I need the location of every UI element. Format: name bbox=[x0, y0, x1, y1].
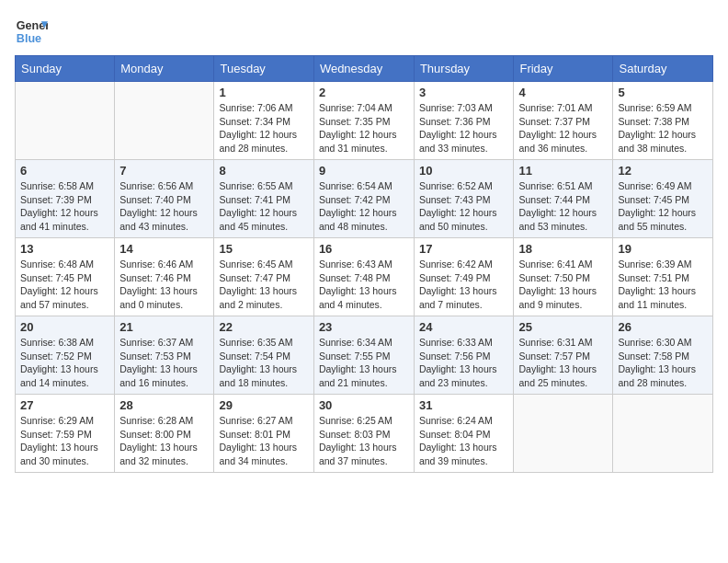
calendar-cell: 8Sunrise: 6:55 AM Sunset: 7:41 PM Daylig… bbox=[214, 160, 313, 238]
day-info: Sunrise: 6:35 AM Sunset: 7:54 PM Dayligh… bbox=[219, 336, 308, 390]
day-number: 25 bbox=[518, 320, 608, 334]
column-header-sunday: Sunday bbox=[16, 56, 115, 82]
day-number: 4 bbox=[518, 86, 608, 99]
calendar-cell: 22Sunrise: 6:35 AM Sunset: 7:54 PM Dayli… bbox=[214, 316, 313, 395]
page-header: General Blue bbox=[15, 15, 713, 48]
day-number: 18 bbox=[518, 242, 608, 256]
calendar-cell: 23Sunrise: 6:34 AM Sunset: 7:55 PM Dayli… bbox=[313, 316, 414, 395]
day-info: Sunrise: 6:51 AM Sunset: 7:44 PM Dayligh… bbox=[518, 179, 608, 234]
column-header-monday: Monday bbox=[115, 56, 214, 82]
day-info: Sunrise: 6:41 AM Sunset: 7:50 PM Dayligh… bbox=[518, 258, 608, 312]
day-number: 28 bbox=[119, 398, 209, 412]
column-header-thursday: Thursday bbox=[414, 56, 514, 82]
calendar-cell: 29Sunrise: 6:27 AM Sunset: 8:01 PM Dayli… bbox=[214, 395, 313, 473]
calendar-cell: 15Sunrise: 6:45 AM Sunset: 7:47 PM Dayli… bbox=[214, 238, 313, 316]
day-number: 27 bbox=[20, 398, 109, 412]
day-number: 12 bbox=[618, 164, 708, 178]
week-row-5: 27Sunrise: 6:29 AM Sunset: 7:59 PM Dayli… bbox=[16, 395, 713, 473]
calendar-cell: 24Sunrise: 6:33 AM Sunset: 7:56 PM Dayli… bbox=[414, 316, 514, 395]
day-info: Sunrise: 6:24 AM Sunset: 8:04 PM Dayligh… bbox=[419, 414, 509, 468]
day-info: Sunrise: 7:01 AM Sunset: 7:37 PM Dayligh… bbox=[518, 101, 608, 155]
day-info: Sunrise: 6:38 AM Sunset: 7:52 PM Dayligh… bbox=[20, 336, 109, 390]
calendar-cell bbox=[16, 82, 115, 160]
week-row-1: 1Sunrise: 7:06 AM Sunset: 7:34 PM Daylig… bbox=[16, 82, 713, 160]
calendar-cell: 10Sunrise: 6:52 AM Sunset: 7:43 PM Dayli… bbox=[414, 160, 514, 238]
calendar-cell: 21Sunrise: 6:37 AM Sunset: 7:53 PM Dayli… bbox=[115, 316, 214, 395]
calendar-cell: 20Sunrise: 6:38 AM Sunset: 7:52 PM Dayli… bbox=[16, 316, 115, 395]
day-number: 30 bbox=[319, 398, 409, 412]
day-number: 31 bbox=[419, 398, 509, 412]
calendar-cell: 6Sunrise: 6:58 AM Sunset: 7:39 PM Daylig… bbox=[16, 160, 115, 238]
day-info: Sunrise: 6:49 AM Sunset: 7:45 PM Dayligh… bbox=[618, 179, 708, 234]
calendar-cell: 12Sunrise: 6:49 AM Sunset: 7:45 PM Dayli… bbox=[613, 160, 713, 238]
week-row-2: 6Sunrise: 6:58 AM Sunset: 7:39 PM Daylig… bbox=[16, 160, 713, 238]
day-number: 11 bbox=[518, 164, 608, 178]
calendar-cell: 14Sunrise: 6:46 AM Sunset: 7:46 PM Dayli… bbox=[115, 238, 214, 316]
calendar-header-row: SundayMondayTuesdayWednesdayThursdayFrid… bbox=[16, 56, 713, 82]
day-info: Sunrise: 6:46 AM Sunset: 7:46 PM Dayligh… bbox=[119, 258, 209, 312]
calendar-cell: 26Sunrise: 6:30 AM Sunset: 7:58 PM Dayli… bbox=[613, 316, 713, 395]
column-header-friday: Friday bbox=[514, 56, 613, 82]
day-number: 14 bbox=[119, 242, 209, 256]
day-info: Sunrise: 6:55 AM Sunset: 7:41 PM Dayligh… bbox=[219, 179, 308, 234]
day-info: Sunrise: 6:29 AM Sunset: 7:59 PM Dayligh… bbox=[20, 414, 109, 468]
column-header-wednesday: Wednesday bbox=[313, 56, 414, 82]
calendar-cell: 30Sunrise: 6:25 AM Sunset: 8:03 PM Dayli… bbox=[313, 395, 414, 473]
day-info: Sunrise: 6:45 AM Sunset: 7:47 PM Dayligh… bbox=[219, 258, 308, 312]
calendar-cell: 19Sunrise: 6:39 AM Sunset: 7:51 PM Dayli… bbox=[613, 238, 713, 316]
calendar-body: 1Sunrise: 7:06 AM Sunset: 7:34 PM Daylig… bbox=[16, 82, 713, 473]
calendar-cell: 11Sunrise: 6:51 AM Sunset: 7:44 PM Dayli… bbox=[514, 160, 613, 238]
day-number: 16 bbox=[319, 242, 409, 256]
day-number: 3 bbox=[419, 86, 509, 99]
day-number: 7 bbox=[119, 164, 209, 178]
week-row-4: 20Sunrise: 6:38 AM Sunset: 7:52 PM Dayli… bbox=[16, 316, 713, 395]
day-number: 24 bbox=[419, 320, 509, 334]
day-info: Sunrise: 6:30 AM Sunset: 7:58 PM Dayligh… bbox=[618, 336, 708, 390]
calendar-cell: 25Sunrise: 6:31 AM Sunset: 7:57 PM Dayli… bbox=[514, 316, 613, 395]
day-info: Sunrise: 6:37 AM Sunset: 7:53 PM Dayligh… bbox=[119, 336, 209, 390]
calendar-cell: 17Sunrise: 6:42 AM Sunset: 7:49 PM Dayli… bbox=[414, 238, 514, 316]
day-info: Sunrise: 6:27 AM Sunset: 8:01 PM Dayligh… bbox=[219, 414, 308, 468]
day-info: Sunrise: 6:31 AM Sunset: 7:57 PM Dayligh… bbox=[518, 336, 608, 390]
day-number: 10 bbox=[419, 164, 509, 178]
day-info: Sunrise: 7:04 AM Sunset: 7:35 PM Dayligh… bbox=[319, 101, 409, 155]
calendar-cell: 16Sunrise: 6:43 AM Sunset: 7:48 PM Dayli… bbox=[313, 238, 414, 316]
day-info: Sunrise: 7:06 AM Sunset: 7:34 PM Dayligh… bbox=[219, 101, 308, 155]
calendar-cell bbox=[514, 395, 613, 473]
day-number: 8 bbox=[219, 164, 308, 178]
day-info: Sunrise: 6:28 AM Sunset: 8:00 PM Dayligh… bbox=[119, 414, 209, 468]
calendar-cell bbox=[115, 82, 214, 160]
day-number: 9 bbox=[319, 164, 409, 178]
calendar-cell: 7Sunrise: 6:56 AM Sunset: 7:40 PM Daylig… bbox=[115, 160, 214, 238]
day-number: 6 bbox=[20, 164, 109, 178]
logo-icon: General Blue bbox=[15, 15, 48, 48]
day-info: Sunrise: 6:48 AM Sunset: 7:45 PM Dayligh… bbox=[20, 258, 109, 312]
calendar-cell: 1Sunrise: 7:06 AM Sunset: 7:34 PM Daylig… bbox=[214, 82, 313, 160]
day-number: 15 bbox=[219, 242, 308, 256]
day-number: 1 bbox=[219, 86, 308, 99]
day-info: Sunrise: 6:54 AM Sunset: 7:42 PM Dayligh… bbox=[319, 179, 409, 234]
day-number: 26 bbox=[618, 320, 708, 334]
logo: General Blue bbox=[15, 15, 48, 48]
day-number: 19 bbox=[618, 242, 708, 256]
day-info: Sunrise: 6:33 AM Sunset: 7:56 PM Dayligh… bbox=[419, 336, 509, 390]
calendar-cell: 5Sunrise: 6:59 AM Sunset: 7:38 PM Daylig… bbox=[613, 82, 713, 160]
calendar-cell: 27Sunrise: 6:29 AM Sunset: 7:59 PM Dayli… bbox=[16, 395, 115, 473]
day-info: Sunrise: 6:56 AM Sunset: 7:40 PM Dayligh… bbox=[119, 179, 209, 234]
day-number: 13 bbox=[20, 242, 109, 256]
calendar-cell: 28Sunrise: 6:28 AM Sunset: 8:00 PM Dayli… bbox=[115, 395, 214, 473]
calendar-cell bbox=[613, 395, 713, 473]
column-header-saturday: Saturday bbox=[613, 56, 713, 82]
day-info: Sunrise: 6:25 AM Sunset: 8:03 PM Dayligh… bbox=[319, 414, 409, 468]
calendar-cell: 13Sunrise: 6:48 AM Sunset: 7:45 PM Dayli… bbox=[16, 238, 115, 316]
day-number: 20 bbox=[20, 320, 109, 334]
day-number: 21 bbox=[119, 320, 209, 334]
day-info: Sunrise: 6:59 AM Sunset: 7:38 PM Dayligh… bbox=[618, 101, 708, 155]
column-header-tuesday: Tuesday bbox=[214, 56, 313, 82]
day-number: 5 bbox=[618, 86, 708, 99]
calendar-cell: 2Sunrise: 7:04 AM Sunset: 7:35 PM Daylig… bbox=[313, 82, 414, 160]
day-info: Sunrise: 6:39 AM Sunset: 7:51 PM Dayligh… bbox=[618, 258, 708, 312]
calendar-cell: 31Sunrise: 6:24 AM Sunset: 8:04 PM Dayli… bbox=[414, 395, 514, 473]
day-info: Sunrise: 6:58 AM Sunset: 7:39 PM Dayligh… bbox=[20, 179, 109, 234]
week-row-3: 13Sunrise: 6:48 AM Sunset: 7:45 PM Dayli… bbox=[16, 238, 713, 316]
